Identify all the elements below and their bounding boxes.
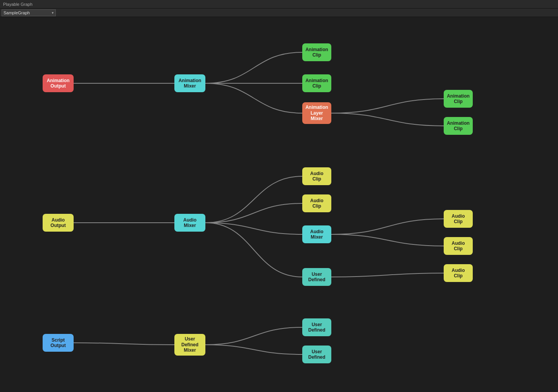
node-user-defined-3[interactable]: UserDefined <box>302 346 331 363</box>
node-audio-mixer-1[interactable]: AudioMixer <box>174 214 205 232</box>
node-user-defined-mixer[interactable]: UserDefinedMixer <box>174 334 205 356</box>
node-audio-clip-2[interactable]: AudioClip <box>302 194 331 212</box>
connections-svg <box>0 17 558 392</box>
canvas: AnimationOutputAnimationMixerAnimationCl… <box>0 17 558 392</box>
node-audio-mixer-2[interactable]: AudioMixer <box>302 225 331 243</box>
node-anim-output[interactable]: AnimationOutput <box>43 74 74 92</box>
node-anim-layer-mixer[interactable]: AnimationLayerMixer <box>302 102 331 124</box>
graph-dropdown[interactable]: SampleGraph <box>2 9 56 16</box>
node-anim-clip-3[interactable]: AnimationClip <box>444 90 473 108</box>
titlebar: Playable Graph <box>0 0 558 9</box>
node-anim-mixer[interactable]: AnimationMixer <box>174 74 205 92</box>
titlebar-title: Playable Graph <box>3 2 33 7</box>
node-audio-clip-4[interactable]: AudioClip <box>444 237 473 255</box>
node-user-defined-1[interactable]: UserDefined <box>302 268 331 286</box>
node-anim-clip-2[interactable]: AnimationClip <box>302 74 331 92</box>
node-audio-clip-3[interactable]: AudioClip <box>444 210 473 228</box>
node-audio-output[interactable]: AudioOutput <box>43 214 74 232</box>
graph-dropdown-wrap[interactable]: SampleGraph ▼ <box>2 9 56 16</box>
node-anim-clip-4[interactable]: AnimationClip <box>444 117 473 135</box>
node-anim-clip-1[interactable]: AnimationClip <box>302 43 331 61</box>
node-audio-clip-5[interactable]: AudioClip <box>444 264 473 282</box>
node-user-defined-2[interactable]: UserDefined <box>302 318 331 336</box>
node-audio-clip-1[interactable]: AudioClip <box>302 167 331 185</box>
node-script-output[interactable]: ScriptOutput <box>43 334 74 352</box>
toolbar: SampleGraph ▼ <box>0 9 558 17</box>
